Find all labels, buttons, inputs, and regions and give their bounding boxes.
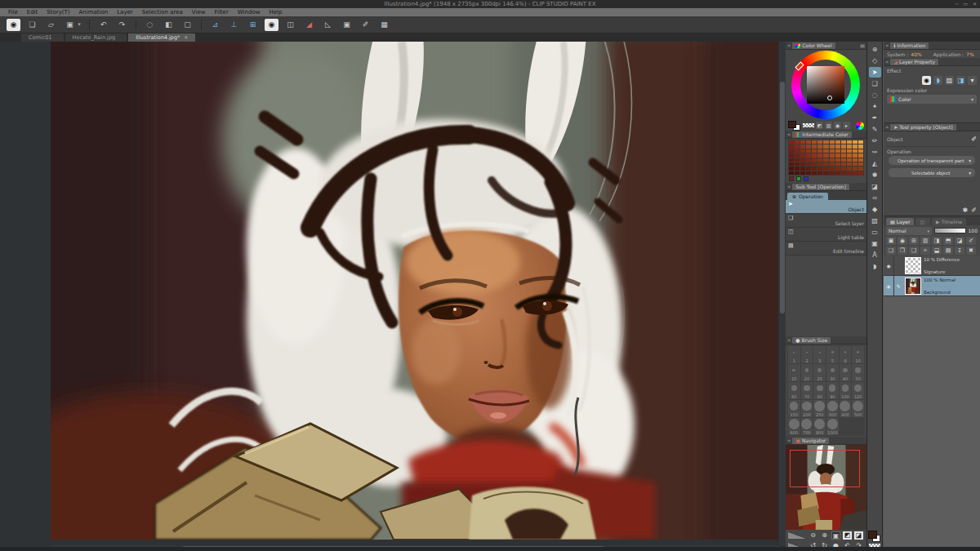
undo-icon[interactable]: ↶ [96, 19, 110, 31]
intermediate-color-cell[interactable] [858, 144, 863, 148]
border-effect-icon[interactable]: ◉ [922, 76, 931, 85]
layer-mask-icon[interactable]: ↧ [955, 247, 964, 255]
intermediate-color-cell[interactable] [853, 149, 858, 153]
separator[interactable] [136, 20, 136, 29]
intermediate-color-cell[interactable] [830, 167, 835, 170]
brush-size-cell[interactable]: 500 [852, 400, 864, 417]
save-icon[interactable]: ▣ [63, 19, 77, 31]
material-icon[interactable]: ▣ [340, 19, 354, 31]
layer-row-background[interactable]: ◉ ✎ 100 % Normal Background [884, 276, 980, 296]
intermediate-color-cell[interactable] [830, 158, 835, 162]
intermediate-color-cell[interactable] [817, 149, 822, 153]
intermediate-corner-swatch[interactable] [796, 176, 801, 181]
subtool-object[interactable]: ➤ Object [786, 200, 866, 214]
sv-cursor[interactable] [827, 96, 832, 100]
brush-size-cell[interactable]: 25 [813, 364, 826, 381]
layer-visibility-icon[interactable]: ◉ [884, 276, 894, 295]
intermediate-color-cell[interactable] [847, 158, 852, 162]
figure-tool-icon[interactable]: ▭ [869, 227, 881, 238]
brush-size-cell[interactable]: 100 [840, 382, 852, 399]
intermediate-color-cell[interactable] [835, 149, 840, 153]
brush-size-cell[interactable]: 200 [801, 400, 813, 417]
menu-item[interactable]: Story(T) [47, 8, 69, 16]
new-raster-layer-icon[interactable]: ❏ [886, 247, 896, 255]
airbrush-tool-icon[interactable]: ◭ [869, 158, 881, 169]
intermediate-color-cell[interactable] [830, 140, 835, 144]
text-tool-icon[interactable]: A [869, 250, 881, 260]
intermediate-color-cell[interactable] [795, 158, 800, 162]
intermediate-color-cell[interactable] [795, 153, 800, 157]
operation-tool-icon[interactable]: ➤ [869, 67, 881, 78]
blend-mode-dropdown[interactable]: Normal ▾ [886, 227, 932, 235]
new-vector-layer-icon[interactable]: ❐ [898, 247, 907, 255]
subtool-select-layer[interactable]: ❏ Select layer [786, 214, 866, 228]
intermediate-color-cell[interactable] [841, 153, 846, 157]
intermediate-color-cell[interactable] [806, 167, 811, 170]
intermediate-color-cell[interactable] [823, 153, 828, 157]
document-tab-hecate[interactable]: Hecate_Rain.jpg [65, 33, 127, 42]
intermediate-color-cell[interactable] [817, 144, 822, 148]
intermediate-color-cell[interactable] [812, 149, 817, 153]
intermediate-corner-swatch[interactable] [789, 176, 794, 181]
fill-tool-icon[interactable]: ◆ [869, 204, 881, 215]
menu-item[interactable]: Selection area [142, 8, 183, 16]
intermediate-color-cell[interactable] [806, 158, 811, 162]
menu-item[interactable]: Animation [79, 8, 109, 16]
intermediate-color-cell[interactable] [830, 171, 835, 175]
intermediate-color-cell[interactable] [847, 171, 852, 175]
merge-visible-icon[interactable]: ▤ [943, 247, 953, 255]
intermediate-color-cell[interactable] [823, 144, 828, 148]
eraser-tool-icon[interactable]: ◪ [869, 181, 881, 192]
intermediate-color-cell[interactable] [812, 167, 817, 170]
layer-color-icon[interactable]: ◨ [956, 76, 965, 85]
canvas-vertical-scrollbar[interactable] [779, 42, 786, 545]
frame-border-tool-icon[interactable]: ▣ [869, 238, 881, 249]
intermediate-color-cell[interactable] [847, 167, 852, 170]
intermediate-color-cell[interactable] [823, 167, 828, 170]
intermediate-color-cell[interactable] [817, 171, 822, 175]
wrench-icon[interactable]: ✐ [971, 136, 977, 143]
document-tab-illustration4[interactable]: Illustration4.jpg* ✕ [128, 33, 195, 42]
transparent-color-swatch[interactable] [803, 123, 814, 127]
brush-size-cell[interactable]: 1000 [826, 418, 839, 435]
intermediate-color-cell[interactable] [847, 149, 852, 153]
navigator-view-rectangle[interactable] [790, 450, 860, 487]
intermediate-color-cell[interactable] [795, 144, 800, 148]
brush-size-cell[interactable]: 60 [788, 382, 800, 399]
intermediate-color-cell[interactable] [795, 162, 800, 166]
intermediate-color-cell[interactable] [841, 167, 846, 170]
intermediate-color-cell[interactable] [789, 144, 794, 148]
delete-layer-icon[interactable]: ✖ [966, 247, 976, 255]
collapse-icon[interactable]: « [787, 438, 791, 444]
intermediate-color-cell[interactable] [806, 171, 811, 175]
select-layer-tool-icon[interactable]: ❏ [869, 78, 881, 89]
intermediate-color-cell[interactable] [841, 149, 846, 153]
zoom-out-icon[interactable]: ⊖ [808, 531, 817, 540]
selection-tool-icon[interactable]: ◌ [869, 90, 881, 100]
intermediate-color-cell[interactable] [795, 140, 800, 144]
lock-transparent-icon[interactable]: ◪ [955, 237, 964, 245]
subtool-edit-timeline[interactable]: ▤ Edit timeline [786, 242, 866, 256]
screentone-icon[interactable]: ▦ [377, 19, 391, 31]
intermediate-corner-swatch[interactable] [804, 176, 808, 181]
csp-eye-icon[interactable]: ◉ [7, 19, 20, 31]
blend-tool-icon[interactable]: ≈ [869, 193, 881, 203]
reference-layer-icon[interactable]: ▥ [920, 237, 930, 245]
intermediate-color-cell[interactable] [858, 162, 863, 166]
intermediate-color-cell[interactable] [800, 167, 805, 170]
intermediate-color-cell[interactable] [800, 171, 805, 175]
brush-size-cell[interactable]: 8 [840, 346, 852, 363]
intermediate-color-cell[interactable] [830, 144, 835, 148]
brush-size-cell[interactable]: 15 [788, 364, 800, 381]
intermediate-color-cell[interactable] [789, 167, 794, 170]
subtool-light-table[interactable]: ◫ Light table [786, 228, 866, 242]
intermediate-color-cell[interactable] [830, 153, 835, 157]
intermediate-color-cell[interactable] [789, 153, 794, 157]
intermediate-color-cell[interactable] [853, 153, 858, 157]
intermediate-color-tab[interactable]: Intermediate Color [792, 131, 851, 138]
intermediate-color-cell[interactable] [835, 140, 840, 144]
intermediate-color-cell[interactable] [847, 153, 852, 157]
current-tool-highlight-icon[interactable]: ◉ [265, 19, 278, 31]
intermediate-color-cell[interactable] [812, 171, 817, 175]
intermediate-color-cell[interactable] [795, 149, 800, 153]
